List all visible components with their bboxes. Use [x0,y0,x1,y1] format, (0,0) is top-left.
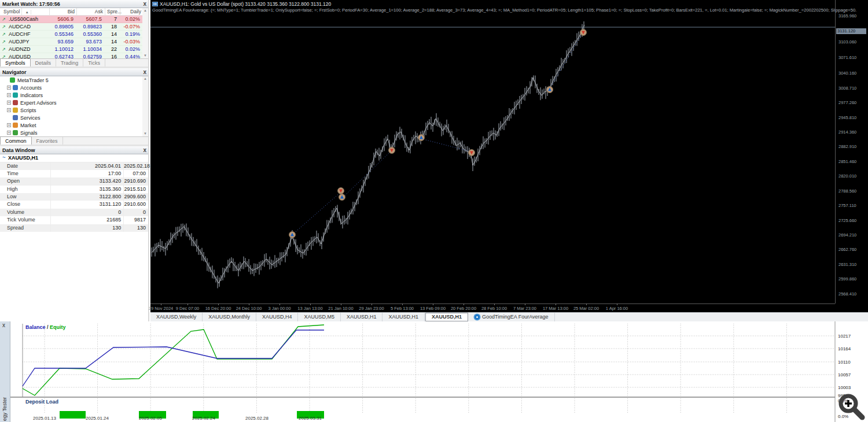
column-spread[interactable]: Spre... [105,8,120,15]
time-axis-label: 29 Jan 23:00 [359,306,384,311]
market-watch-title: Market Watch: 17:50:56 [2,1,60,7]
chart-tab-xauusd-h1[interactable]: XAUUSD,H1 [425,313,468,321]
time-axis-tick [310,303,311,305]
field-label: Close [0,201,50,208]
buy-marker-icon [547,87,553,93]
close-icon[interactable]: x [143,0,146,8]
field-value-current: 3135.360 [50,186,123,193]
sidebar-item-scripts[interactable]: +Scripts [0,106,148,114]
chart-tab-label: XAUUSD,Weekly [156,314,196,320]
scroll-up-icon[interactable]: ▲ [142,8,148,13]
symbol-trend-icon: ↗ [0,23,7,30]
table-row[interactable]: ↗AUDCHF0.553460.55360140.19% [0,31,148,38]
price-axis-label: 3040.160 [838,71,856,76]
sidebar-item-signals[interactable]: +Signals [0,129,148,136]
sidebar-item-indicators[interactable]: +Indicators [0,91,148,99]
expand-icon[interactable]: + [7,108,11,112]
time-axis-label: 21 Jan 10:00 [328,306,353,311]
symbol-trend-icon: ↗ [0,38,7,45]
market-watch-scrollbar[interactable]: ▲ ▼ [142,8,148,58]
field-label: Spread [0,224,50,232]
field-value-previous: 130 [123,224,148,232]
symbol-trend-icon: ↗ [0,46,7,53]
navigator-scrollbar[interactable]: ▲ ▼ [142,76,148,136]
expand-icon[interactable]: + [7,131,11,135]
table-row[interactable]: ↗AUDJPY93.65993.67314-0.03% [0,38,148,46]
daily-change-value: 0.02% [119,46,142,53]
spread-value: 18 [104,23,119,30]
spread-value: 22 [104,46,119,53]
time-axis[interactable]: 29 Nov 20249 Dec 07:0016 Dec 20:0024 Dec… [150,303,835,312]
price-axis-label: 2631.310 [838,262,856,267]
chart-tab-xauusd-h1[interactable]: XAUUSD,H1 [341,313,383,321]
sidebar-item-accounts[interactable]: +Accounts [0,84,148,91]
spread-value: 7 [104,16,119,23]
time-axis-label: 13 Jan 13:00 [297,306,322,311]
column-ask[interactable]: Ask [77,8,105,15]
price-axis-label: 3071.610 [838,55,856,60]
field-label: Tick Volume [0,216,50,224]
tab-trading[interactable]: Trading [56,59,83,66]
daily-change-value: -0.03% [119,38,142,45]
strategy-tester-strip[interactable]: x egy Tester [0,321,10,422]
equity-line [23,325,324,395]
expand-icon[interactable]: + [7,101,11,105]
column-symbol[interactable]: Symbol ▲ [0,8,50,15]
scroll-up-icon[interactable]: ▲ [142,76,148,82]
price-chart[interactable]: XAUUSD,H1: Gold vs US Dollar (spot) 3133… [150,0,868,312]
scroll-down-icon[interactable]: ▼ [142,131,148,136]
sidebar-item-label: Services [20,115,41,121]
time-axis-tick [372,303,372,305]
chart-tab-xauusd-h1[interactable]: XAUUSD,H1 [382,313,425,321]
market-watch-titlebar[interactable]: Market Watch: 17:50:56 x [0,0,148,8]
chart-background [150,0,835,303]
table-row[interactable]: ↗AUDNZD1.100121.10034220.02% [0,46,148,53]
data-window-row: Time17:0007:00 [0,170,148,177]
price-axis-label: 2851.460 [838,159,856,164]
tab-details[interactable]: Details [31,59,57,66]
expand-icon[interactable]: + [7,86,11,90]
chart-tab-xauusd-monthly[interactable]: XAUUSD,Monthly [203,313,256,321]
chart-tab-goodtimingea-fouraverage[interactable]: GoodTimingEA FourAverage [469,313,555,321]
zoom-magnifier-icon[interactable] [837,393,867,421]
close-icon[interactable]: x [143,146,146,154]
time-axis-label: 28 Feb 10:00 [481,306,507,311]
sidebar-item-market[interactable]: +Market [0,121,148,129]
tab-favorites[interactable]: Favorites [32,137,63,145]
data-window-symbol: XAUUSD,H1 [8,154,38,162]
close-icon[interactable]: x [143,68,146,76]
table-row[interactable]: ↗AUDUSD0.627430.62759160.44% [0,53,148,58]
tab-ticks[interactable]: Ticks [83,59,105,66]
spread-value: 14 [104,38,119,45]
chart-tab-xauusd-h4[interactable]: XAUUSD,H4 [256,313,299,321]
tab-symbols[interactable]: Symbols [0,58,31,66]
sidebar-item-expert-advisors[interactable]: +Expert Advisors [0,99,148,106]
expand-icon[interactable]: + [7,123,11,127]
column-daily-change[interactable]: Daily Ch... [120,8,144,15]
time-axis-label: 7 Mar 23:00 [513,306,536,311]
data-window-row: Low3122.8002909.600 [0,193,148,201]
field-value-current: 3133.420 [50,177,123,185]
price-axis[interactable]: 3165.9603103.0603071.6103040.1603008.710… [835,0,868,303]
sidebar-item-metatrader-5[interactable]: MetaTrader 5 [0,76,148,84]
chart-tab-xauusd-m5[interactable]: XAUUSD,M5 [298,313,341,321]
close-icon[interactable]: x [2,322,5,328]
tab-common[interactable]: Common [0,136,32,145]
price-chart-canvas[interactable] [150,0,835,303]
spread-value: 14 [104,31,119,38]
time-axis-label: 24 Dec 10:00 [236,306,262,311]
data-window-titlebar[interactable]: Data Window x [0,146,148,154]
scroll-down-icon[interactable]: ▼ [142,53,148,58]
table-row[interactable]: ↗.US500Cash5606.95607.570.02% [0,16,148,23]
navigator-titlebar[interactable]: Navigator x [0,68,148,76]
symbol-name: AUDCAD [7,23,50,30]
field-value-current: 3131.120 [50,201,123,208]
data-window-rows: Date2025.04.012025.02.18Time17:0007:00Op… [0,162,148,232]
sell-marker-icon [338,188,344,194]
expand-icon[interactable]: + [7,93,11,97]
column-bid[interactable]: Bid [50,8,77,15]
table-row[interactable]: ↗AUDCAD0.898050.8982318-0.07% [0,23,148,31]
chart-tab-xauusd-weekly[interactable]: XAUUSD,Weekly [150,313,203,321]
sidebar-item-services[interactable]: Services [0,114,148,121]
bid-value: 1.10012 [50,46,75,53]
